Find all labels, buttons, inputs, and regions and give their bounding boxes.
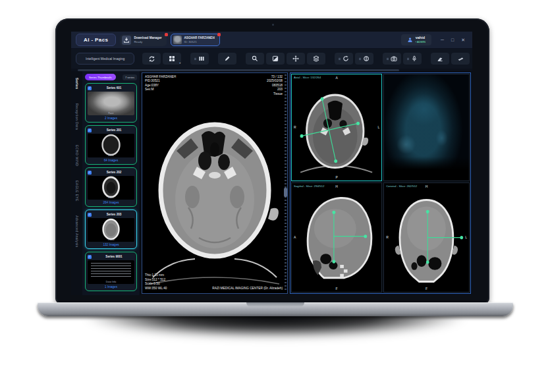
annotate-button[interactable] (218, 53, 236, 65)
pan-button[interactable] (287, 53, 305, 65)
camera-icon (391, 55, 397, 62)
rotate-button[interactable] (335, 53, 353, 65)
close-button[interactable]: ✕ (461, 38, 465, 43)
eraser-button[interactable] (431, 53, 449, 65)
drag-handle-icon (339, 58, 341, 60)
rotate-icon (343, 55, 349, 62)
mpr-coronal-image (384, 183, 469, 292)
series-title: Series 203 (94, 213, 134, 216)
tab-advanced-analysis[interactable]: Advanced Analysis (75, 215, 79, 248)
toolbar: Intelligent Medical Imaging ▾ (71, 49, 472, 69)
mpr-sagittal-header: Sagittal - Slice: 294/512 (294, 184, 324, 188)
user-role: • ADMIN (416, 40, 426, 44)
mpr-axial-panel[interactable]: Axial - Slice: 132/264 A P R L (291, 74, 382, 181)
checkbox-checked-icon[interactable]: ✓ (88, 255, 92, 259)
invert-button[interactable] (266, 53, 285, 65)
minimize-button[interactable]: ─ (441, 38, 444, 42)
tab-series[interactable]: Series (75, 78, 79, 89)
series-image-count: 64 Images (88, 157, 134, 163)
series-thumbnail[interactable]: Face (88, 92, 134, 115)
phase-button[interactable] (355, 53, 373, 65)
series-thumbnail[interactable]: Bone (88, 176, 134, 200)
app-window: AI - Pacs Download Manager Ready (71, 32, 472, 295)
orientation-label: L (377, 125, 379, 129)
laptop-base (38, 302, 513, 316)
patient-tab[interactable]: ASGHAR FARZANEH ID: 30521 (171, 34, 220, 46)
checkbox-checked-icon[interactable]: ✓ (88, 171, 92, 175)
dictation-button[interactable] (403, 53, 422, 65)
user-menu[interactable]: vahid • ADMIN (401, 34, 431, 45)
series-image-count: 132 Images (88, 242, 134, 247)
eraser-icon (437, 55, 444, 62)
center-name-overlay: RAZI MEDICAL IMAGING CENTER (Dr. Alizade… (212, 287, 283, 291)
mpr-coronal-panel[interactable]: Coronal - Slice: 262/512 H F R L (383, 182, 470, 293)
download-icon (122, 36, 131, 45)
mode-selector-button[interactable]: Intelligent Medical Imaging (76, 53, 134, 65)
user-icon (407, 37, 413, 43)
ruler-icon (457, 55, 464, 62)
patient-info-overlay: ASGHAR FARZANEH PID:30521 Age:038Y Sex:M (145, 75, 176, 92)
viewport-area: ASGHAR FARZANEH PID:30521 Age:038Y Sex:M… (140, 71, 472, 295)
series-title: Series 202 (94, 171, 134, 174)
series-card-202[interactable]: ✓ Series 202 Bone 264 Images (85, 167, 137, 207)
tech-info-overlay: Thic:1.25 mm Size:512 * 512 Scale:0.50 W… (145, 273, 167, 291)
series-layout-button[interactable] (190, 53, 209, 65)
download-manager-chip[interactable]: Download Manager Ready (120, 34, 166, 46)
tab-eagle-eye[interactable]: EAGLE EYE (75, 181, 79, 202)
scrollbar-thumb[interactable] (284, 188, 287, 197)
microphone-icon (411, 55, 418, 62)
tab-reception-data[interactable]: Reception Data (75, 103, 79, 130)
zoom-button[interactable] (246, 53, 264, 65)
layout-button[interactable]: ▾ (163, 53, 181, 65)
chevron-down-icon: ▾ (179, 62, 180, 65)
orientation-label: R (386, 235, 389, 239)
checkbox-checked-icon[interactable]: ✓ (88, 213, 92, 217)
laptop-lid: AI - Pacs Download Manager Ready (55, 18, 489, 304)
series-card-601[interactable]: ✓ Series 601 Face 2 Images (85, 83, 137, 123)
download-manager-status: Ready (134, 40, 161, 44)
snapshot-button[interactable] (383, 53, 401, 65)
drag-handle-icon (387, 58, 389, 60)
orientation-label: A (335, 76, 337, 80)
axial-ct-image (142, 73, 287, 294)
drag-handle-icon (194, 58, 196, 60)
series-caption: Tissue (88, 238, 134, 241)
series-card-203[interactable]: ✓ Series 203 Tissue 132 Images (85, 210, 137, 249)
maximize-button[interactable]: □ (451, 38, 454, 42)
mpr-axial-image (292, 74, 381, 181)
close-tab-badge-icon[interactable] (217, 33, 221, 36)
layout-grid-icon (169, 55, 175, 62)
webcam-icon (272, 24, 274, 26)
laptop-base-notch (246, 302, 304, 307)
tab-echo-mind[interactable]: ECHO MIND (75, 145, 79, 166)
patient-id: ID: 30521 (184, 40, 215, 44)
orientation-label: F (336, 287, 338, 291)
columns-icon (198, 55, 205, 62)
orientation-label: P (335, 175, 337, 179)
drag-handle-icon (359, 58, 361, 60)
series-thumbnail[interactable]: Tissue (88, 218, 134, 242)
series-card-9001[interactable]: ✓ Series 9001 Dose Info 1 Images (85, 252, 137, 291)
sync-button[interactable] (142, 53, 161, 65)
series-image-count: 2 Images (88, 115, 134, 121)
volume-render-panel[interactable] (383, 74, 470, 181)
mpr-sagittal-panel[interactable]: Sagittal - Slice: 294/512 H F A (291, 182, 382, 293)
series-panel: Series Thumbnails 7 series ✓ Series 601 … (82, 71, 140, 295)
close-badge-icon[interactable] (165, 33, 168, 36)
checkbox-checked-icon[interactable]: ✓ (88, 86, 92, 90)
orientation-label: H (426, 184, 428, 188)
series-caption: Dose Info (88, 281, 134, 283)
contrast-icon (272, 55, 279, 62)
magnifier-icon (252, 55, 258, 62)
series-count-badge: 7 series (123, 74, 137, 80)
checkbox-checked-icon[interactable]: ✓ (88, 128, 92, 132)
series-card-201[interactable]: ✓ Series 201 Bone 64 Images (85, 125, 137, 165)
series-thumbnails-pill[interactable]: Series Thumbnails (85, 74, 116, 80)
main-viewport[interactable]: ASGHAR FARZANEH PID:30521 Age:038Y Sex:M… (142, 72, 288, 294)
flatten-button[interactable] (451, 53, 470, 65)
slice-scrollbar[interactable] (285, 74, 287, 292)
series-thumbnail[interactable]: Bone (88, 134, 134, 157)
stack-button[interactable] (307, 53, 325, 65)
series-thumbnail[interactable]: Dose Info (88, 260, 134, 284)
orientation-label: R (294, 125, 296, 129)
